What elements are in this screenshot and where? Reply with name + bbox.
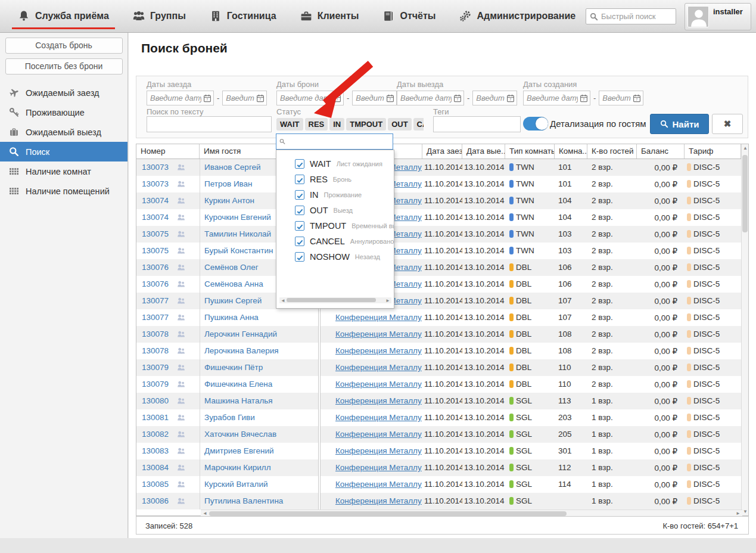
scroll-left-arrow[interactable]: ◄ [281,298,285,303]
table-row[interactable]: 130075 Бурый Константин Конференция Мета… [136,243,748,259]
status-checkbox[interactable] [295,237,304,246]
group-link[interactable]: Конференция Металлу [335,330,422,338]
table-row[interactable]: 130073 Иванов Сергей Конференция Металлу… [136,159,748,176]
nav-item[interactable]: Гостиница [198,0,288,32]
table-row[interactable]: 130077 Пушкина Анна Конференция Металлу … [136,309,748,326]
booking-number-link[interactable]: 130075 [142,246,169,255]
guest-name-link[interactable]: Зурабов Гиви [204,413,255,422]
booking-number-link[interactable]: 130073 [142,179,169,188]
table-row[interactable]: 130074 Куркин Антон Конференция Металлу … [136,192,748,209]
booking-number-link[interactable]: 130084 [142,463,169,472]
sidebar-item[interactable]: Ожидаемый заезд [0,83,127,102]
group-link[interactable]: Конференция Металлу [335,496,422,505]
sidebar-item[interactable]: Проживающие [0,102,127,122]
guest-name-link[interactable]: Дмитриев Евгений [204,446,273,455]
guest-name-link[interactable]: Марочкин Кирилл [204,463,271,472]
scroll-right-arrow[interactable]: ► [736,511,741,516]
guest-name-link[interactable]: Фишечкина Елена [204,380,272,389]
sidebar-item[interactable]: Поиск [0,142,127,161]
scroll-down-arrow[interactable]: ▼ [743,509,748,514]
status-chip[interactable]: RES [305,118,328,131]
table-row[interactable]: 130084 Марочкин Кирилл Конференция Метал… [136,459,748,476]
booking-number-link[interactable]: 130076 [142,263,169,272]
booking-number-link[interactable]: 130082 [142,430,169,439]
status-checkbox[interactable] [295,190,304,200]
calendar-icon[interactable] [386,94,394,102]
table-row[interactable]: 130081 Зурабов Гиви Конференция Металлу … [136,409,748,426]
booking-number-link[interactable]: 130074 [142,213,169,222]
booking-number-link[interactable]: 130075 [142,229,169,238]
status-checkbox[interactable] [295,252,304,262]
guest-name-link[interactable]: Бурый Константин [204,246,273,255]
guest-name-link[interactable]: Семёнов Олег [204,263,259,272]
date-from-input[interactable] [277,91,331,105]
sidebar-action-button[interactable]: Поселить без брони [5,58,123,74]
user-menu[interactable]: installer [685,3,751,30]
column-header[interactable]: К-во гостей [587,144,637,159]
date-from-input[interactable] [524,91,578,105]
table-row[interactable]: 130086 Путилина Валентина Конференция Ме… [136,493,748,509]
group-link[interactable]: Конференция Металлу [335,363,422,372]
booking-number-link[interactable]: 130079 [142,380,169,389]
quick-search-input[interactable] [601,12,670,21]
dropdown-horizontal-scrollbar[interactable]: ◄ ► [279,297,391,303]
scroll-up-arrow[interactable]: ▲ [743,145,748,151]
guest-name-link[interactable]: Машкина Наталья [204,396,273,405]
sidebar-item[interactable]: Наличие комнат [0,161,127,181]
guest-name-link[interactable]: Иванов Сергей [204,163,261,172]
sidebar-item[interactable]: Наличие помещений [0,181,127,201]
guest-name-link[interactable]: Петров Иван [204,179,253,188]
group-link[interactable]: Конференция Металлу [335,380,422,389]
date-to-field[interactable] [599,91,643,105]
table-row[interactable]: 130076 Семёнов Олег Конференция Металлу … [136,259,748,276]
group-link[interactable]: Конференция Металлу [335,446,422,455]
column-header[interactable]: Баланс [637,144,685,159]
date-from-field[interactable] [276,91,344,105]
group-link[interactable]: Конференция Металлу [335,480,422,489]
calendar-icon[interactable] [506,94,515,102]
guest-name-link[interactable]: Тамилин Николай [204,229,271,238]
status-chip[interactable]: WAIT [276,118,303,131]
calendar-icon[interactable] [580,94,588,102]
column-header[interactable]: Дата заез... [422,144,462,159]
guest-name-link[interactable]: Пушкина Анна [204,313,259,322]
nav-item[interactable]: Группы [121,0,198,32]
table-row[interactable]: 130073 Петров Иван Конференция Металлу 1… [136,176,748,192]
status-option[interactable]: IN Проживание [276,187,394,203]
scroll-right-arrow[interactable]: ► [385,298,390,303]
date-to-input[interactable] [223,91,254,105]
table-row[interactable]: 130074 Курочкин Евгений Конференция Мета… [136,209,748,226]
nav-item[interactable]: Администрирование [447,0,587,32]
status-chip[interactable]: CANCEL [413,118,424,131]
group-link[interactable]: Конференция Металлу [335,463,422,472]
date-to-field[interactable] [352,91,397,105]
date-to-field[interactable] [222,91,267,105]
guest-detail-toggle[interactable] [523,117,548,131]
booking-number-link[interactable]: 130079 [142,363,169,372]
vertical-scrollbar[interactable]: ▲ ▼ [741,144,748,515]
find-button[interactable]: Найти [650,114,709,134]
status-checkbox[interactable] [295,206,304,215]
table-row[interactable]: 130085 Курский Виталий Конференция Метал… [136,476,748,493]
booking-number-link[interactable]: 130078 [142,330,169,338]
guest-name-link[interactable]: Путилина Валентина [204,496,283,505]
nav-item[interactable]: Клиенты [288,0,371,32]
table-row[interactable]: 130083 Дмитриев Евгений Конференция Мета… [136,443,748,459]
nav-item[interactable]: Служба приёма [6,0,121,32]
booking-number-link[interactable]: 130077 [142,296,169,305]
table-row[interactable]: 130079 Фишечкин Пётр Конференция Металлу… [136,359,748,376]
calendar-icon[interactable] [453,94,462,102]
status-checkbox[interactable] [295,159,304,169]
date-from-field[interactable] [147,91,214,105]
table-row[interactable]: 130076 Семёнова Анна Конференция Металлу… [136,276,748,293]
date-to-field[interactable] [472,91,517,105]
guest-name-link[interactable]: Лерочкин Геннадий [204,330,277,338]
group-link[interactable]: Конференция Металлу [335,396,422,405]
group-link[interactable]: Конференция Металлу [335,346,422,355]
date-to-input[interactable] [599,91,631,105]
date-to-input[interactable] [353,91,384,105]
guest-name-link[interactable]: Пушкин Сергей [204,296,262,305]
status-option[interactable]: RES Бронь [276,172,394,187]
text-search-input[interactable] [147,116,272,132]
date-from-input[interactable] [397,91,452,105]
